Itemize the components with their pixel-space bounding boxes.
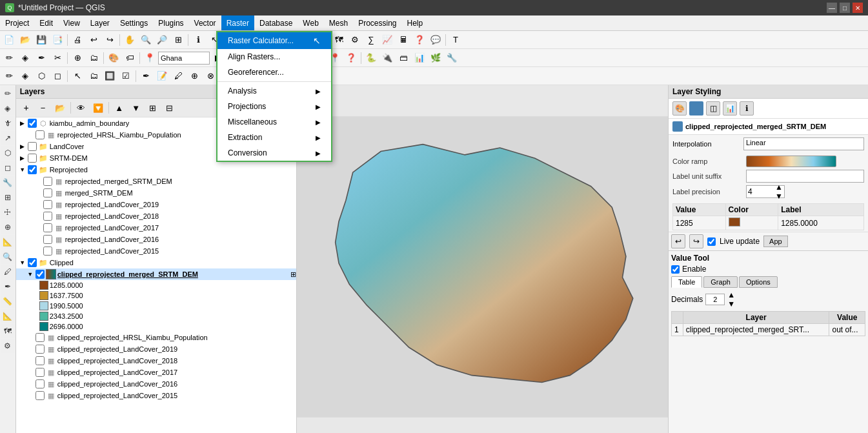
lt-btn-18[interactable]: ⚙ — [1, 339, 15, 353]
layer-item-clip-lc2016[interactable]: ▶ ▦ clipped_reprojected_LandCover_2016 — [16, 378, 296, 390]
menu-item-analysis[interactable]: Analysis ▶ — [217, 83, 331, 99]
calculator-button[interactable]: 🖩 — [396, 32, 411, 48]
layer-checkbox-clip-lc2015[interactable] — [35, 391, 45, 400]
stats-button[interactable]: 📈 — [379, 32, 395, 48]
label-unit-input[interactable] — [746, 170, 864, 183]
layer-item-lc2017[interactable]: ▶ ▦ reprojected_LandCover_2017 — [16, 222, 296, 234]
lt-btn-6[interactable]: ◻ — [1, 161, 15, 175]
location-input[interactable] — [158, 52, 210, 65]
eye-button[interactable]: 👁 — [74, 100, 89, 116]
clipped-arrow[interactable]: ▼ — [19, 259, 26, 266]
advanced-select2-button[interactable]: 🗂 — [86, 68, 101, 84]
advanced-digitize-button[interactable]: ✏ — [1, 68, 17, 84]
lt-btn-12[interactable]: 🔍 — [1, 250, 15, 264]
expand-panel-icon[interactable]: ⊞ — [290, 270, 296, 279]
layer-checkbox-rep-merged[interactable] — [43, 177, 52, 186]
decimal-arrows[interactable]: ▲▼ — [727, 290, 735, 308]
menu-item-extraction[interactable]: Extraction ▶ — [217, 130, 331, 145]
decimal-input[interactable] — [705, 294, 725, 305]
advanced-digitize2-button[interactable]: ◈ — [17, 68, 33, 84]
srtm-arrow[interactable]: ▶ — [19, 155, 26, 161]
clipped-srtm-arrow[interactable]: ▼ — [26, 271, 34, 277]
filter-layers-button[interactable]: 🔽 — [90, 100, 106, 116]
close-button[interactable]: ✕ — [853, 3, 863, 13]
lc-arrow[interactable]: ▶ — [19, 143, 26, 150]
advanced-select3-button[interactable]: 🔲 — [102, 68, 117, 84]
menu-web[interactable]: Web — [298, 15, 323, 30]
style-button[interactable]: 🎨 — [106, 50, 121, 66]
layer-checkbox-clip-lc2017[interactable] — [35, 368, 45, 377]
tab-table[interactable]: Table — [671, 276, 702, 288]
layer-checkbox-clipped-srtm[interactable] — [35, 270, 45, 279]
layer-checkbox-landcover[interactable] — [28, 142, 37, 151]
node-button[interactable]: ◈ — [17, 50, 33, 66]
map-canvas[interactable] — [297, 85, 668, 433]
live-update-checkbox[interactable] — [707, 237, 716, 246]
styling-histogram-icon[interactable]: 📊 — [723, 101, 737, 116]
maximize-button[interactable]: □ — [840, 3, 850, 13]
menu-layer[interactable]: Layer — [85, 15, 115, 30]
identify-button[interactable]: ℹ — [190, 32, 206, 48]
menu-mesh[interactable]: Mesh — [324, 15, 353, 30]
menu-settings[interactable]: Settings — [115, 15, 153, 30]
layer-item-lc2019[interactable]: ▶ ▦ reprojected_LandCover_2019 — [16, 199, 296, 210]
lt-btn-8[interactable]: ⊞ — [1, 190, 15, 205]
lt-btn-1[interactable]: ✏ — [1, 86, 15, 101]
menu-help[interactable]: Help — [402, 15, 429, 30]
lt-btn-10[interactable]: ⊕ — [1, 220, 15, 234]
zoom-out-button[interactable]: 🔎 — [154, 32, 170, 48]
sigma-button[interactable]: ∑ — [363, 32, 379, 48]
menu-plugins[interactable]: Plugins — [153, 15, 188, 30]
layer-item-clip-lc2018[interactable]: ▶ ▦ clipped_reprojected_LandCover_2018 — [16, 355, 296, 367]
interpolation-value[interactable]: Linear — [743, 137, 864, 150]
snap-button[interactable]: ⊕ — [70, 50, 85, 66]
print-button[interactable]: 🖨 — [70, 32, 85, 48]
lt-btn-15[interactable]: 📏 — [1, 294, 15, 308]
advanced-edit2-button[interactable]: 📝 — [154, 68, 170, 84]
style-redo-button[interactable]: ↪ — [689, 234, 703, 248]
layer-checkbox-clip-hrsl[interactable] — [35, 333, 45, 342]
layer-checkbox-lc2018[interactable] — [43, 212, 52, 221]
layer-button[interactable]: 🗂 — [86, 50, 101, 66]
redo-button[interactable]: ↪ — [102, 32, 117, 48]
styling-transparency-icon[interactable]: ◫ — [706, 101, 720, 116]
layer-item-clip-lc2019[interactable]: ▶ ▦ clipped_reprojected_LandCover_2019 — [16, 343, 296, 355]
layer-checkbox-lc2016[interactable] — [43, 235, 52, 244]
saga-button[interactable]: 🔧 — [444, 50, 459, 66]
menu-item-align-rasters[interactable]: Align Rasters... — [217, 49, 331, 65]
layer-checkbox-clip-lc2019[interactable] — [35, 345, 45, 354]
menu-item-projections[interactable]: Projections ▶ — [217, 99, 331, 114]
terrain-button[interactable]: 🗺 — [331, 32, 347, 48]
lt-btn-16[interactable]: 📐 — [1, 309, 15, 323]
move-up-button[interactable]: ▲ — [112, 100, 127, 116]
layer-checkbox-lc2015[interactable] — [43, 247, 52, 256]
menu-item-miscellaneous[interactable]: Miscellaneous ▶ — [217, 114, 331, 130]
style-undo-button[interactable]: ↩ — [671, 234, 685, 248]
menu-processing[interactable]: Processing — [353, 15, 401, 30]
grass-button[interactable]: 🌿 — [428, 50, 443, 66]
advanced-digitize3-button[interactable]: ⬡ — [34, 68, 49, 84]
layer-item-reprojected-group[interactable]: ▼ 📁 Reprojected — [16, 164, 296, 176]
collapse-arrow[interactable]: ▶ — [19, 120, 26, 126]
zoom-in-button[interactable]: 🔍 — [138, 32, 154, 48]
lt-btn-7[interactable]: 🔧 — [1, 176, 15, 190]
advanced-edit3-button[interactable]: 🖊 — [170, 68, 186, 84]
move-down-button[interactable]: ▼ — [128, 100, 144, 116]
lt-btn-4[interactable]: ↗ — [1, 131, 15, 145]
value-table-row-1[interactable]: 1285 1285.0000 — [673, 216, 864, 230]
layer-item-lc2018[interactable]: ▶ ▦ reprojected_LandCover_2018 — [16, 210, 296, 222]
lt-btn-3[interactable]: 🗡 — [1, 116, 15, 130]
layer-item-rep-merged[interactable]: ▶ ▦ reprojected_merged_SRTM_DEM — [16, 176, 296, 187]
advanced-select4-button[interactable]: ☑ — [118, 68, 134, 84]
label-button[interactable]: 🏷 — [122, 50, 137, 66]
layer-item-clip-hrsl[interactable]: ▶ ▦ clipped_reprojected_HRSL_Kiambu_Popu… — [16, 332, 296, 343]
settings2-button[interactable]: ⚙ — [347, 32, 363, 48]
lt-btn-11[interactable]: 📐 — [1, 235, 15, 249]
color-ramp-preview[interactable] — [746, 156, 836, 167]
digitize-button[interactable]: ✏ — [1, 50, 17, 66]
lt-btn-5[interactable]: ⬡ — [1, 146, 15, 160]
save-project-button[interactable]: 💾 — [34, 32, 49, 48]
save-as-button[interactable]: 📑 — [50, 32, 65, 48]
layer-item-clip-lc2015[interactable]: ▶ ▦ clipped_reprojected_LandCover_2015 — [16, 390, 296, 401]
styling-paint-icon[interactable]: 🎨 — [672, 101, 687, 116]
